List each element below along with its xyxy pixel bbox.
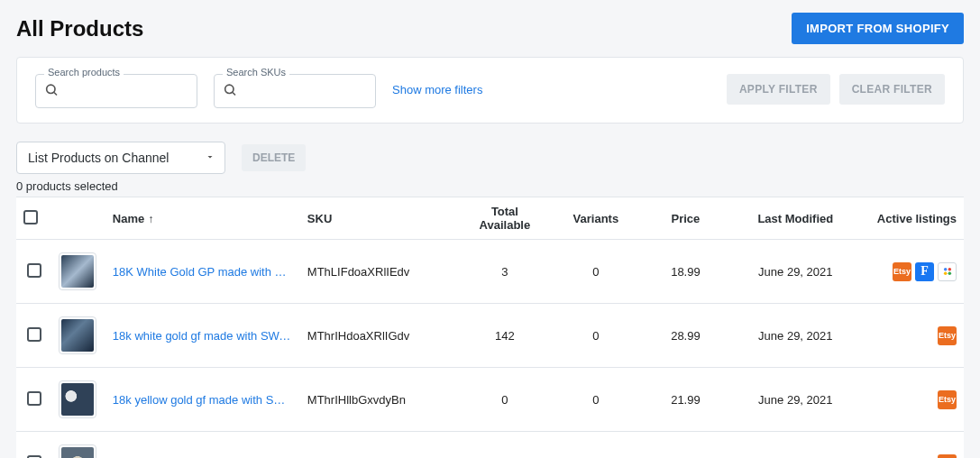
product-thumbnail[interactable] <box>59 444 96 458</box>
product-last-modified: June 29, 2021 <box>732 368 859 432</box>
etsy-listing-icon: Etsy <box>938 326 957 345</box>
column-header-name[interactable]: Name↑ <box>105 197 300 240</box>
product-variants: 0 <box>553 304 639 368</box>
show-more-filters-link[interactable]: Show more filters <box>392 83 482 96</box>
etsy-listing-icon: Etsy <box>938 454 957 459</box>
svg-point-4 <box>943 268 947 271</box>
product-total-available: 3 <box>457 240 553 304</box>
sort-asc-icon: ↑ <box>148 213 153 225</box>
table-row: 18k white gold gf made with SWARO…MThrIH… <box>16 304 964 368</box>
product-price: 21.99 <box>639 368 732 432</box>
product-last-modified: June 29, 2021 <box>732 304 859 368</box>
product-variants: 0 <box>553 432 639 459</box>
column-header-sku[interactable]: SKU <box>300 197 457 240</box>
google-listing-icon <box>938 262 957 281</box>
product-name-link[interactable]: 18K White Gold GP made with Swaro… <box>113 265 293 279</box>
table-row: 18K White Gold GP made with Swaro…MThLIF… <box>16 240 964 304</box>
row-checkbox[interactable] <box>27 391 41 406</box>
chevron-down-icon <box>205 151 215 165</box>
product-price: 18.99 <box>639 240 732 304</box>
search-products-input[interactable] <box>35 74 197 108</box>
selection-count: 0 products selected <box>16 179 964 193</box>
list-on-channel-select[interactable]: List Products on Channel <box>16 142 225 174</box>
search-skus-input[interactable] <box>214 74 376 108</box>
product-price: 24.99 <box>639 432 732 459</box>
column-header-total-available[interactable]: Total Available <box>457 197 553 240</box>
select-all-checkbox[interactable] <box>23 210 38 224</box>
product-name-link[interactable]: 18k yellow gold gf made with SWARO… <box>113 393 293 407</box>
clear-filter-button[interactable]: CLEAR FILTER <box>839 74 945 105</box>
active-listings: Etsy <box>866 454 957 459</box>
search-products-label: Search products <box>44 67 124 78</box>
product-total-available: 4 <box>457 432 553 459</box>
list-on-channel-placeholder: List Products on Channel <box>28 151 169 165</box>
product-variants: 0 <box>553 368 639 432</box>
column-header-variants[interactable]: Variants <box>553 197 639 240</box>
search-skus-label: Search SKUs <box>223 67 289 78</box>
row-checkbox[interactable] <box>27 455 41 459</box>
svg-point-5 <box>948 268 951 271</box>
product-last-modified: June 29, 2021 <box>732 432 859 459</box>
active-listings: EtsyF <box>866 262 957 281</box>
import-from-shopify-button[interactable]: IMPORT FROM SHOPIFY <box>792 13 964 44</box>
table-row: 18k yellow gold made with Swarovski…MThr… <box>16 432 964 459</box>
svg-point-7 <box>948 272 951 276</box>
row-checkbox[interactable] <box>27 263 41 278</box>
row-checkbox[interactable] <box>27 327 41 342</box>
etsy-listing-icon: Etsy <box>938 390 957 409</box>
products-table: Name↑ SKU Total Available Variants Price… <box>16 197 964 458</box>
product-sku: MThLIFdoaXRlIEdv <box>300 240 457 304</box>
svg-point-6 <box>943 272 947 276</box>
product-total-available: 0 <box>457 368 553 432</box>
product-variants: 0 <box>553 240 639 304</box>
column-header-active-listings[interactable]: Active listings <box>859 197 964 240</box>
product-thumbnail[interactable] <box>59 252 96 290</box>
etsy-listing-icon: Etsy <box>893 262 911 281</box>
page-title: All Products <box>16 16 143 41</box>
product-total-available: 142 <box>457 304 553 368</box>
product-sku: MThrIHllbGxvdyBn <box>300 368 457 432</box>
column-header-last-modified[interactable]: Last Modified <box>732 197 859 240</box>
product-thumbnail[interactable] <box>59 380 96 418</box>
product-sku: MThrIHllbGxvdyBn <box>300 432 457 459</box>
column-header-price[interactable]: Price <box>639 197 732 240</box>
product-price: 28.99 <box>639 304 732 368</box>
apply-filter-button[interactable]: APPLY FILTER <box>727 74 830 105</box>
product-thumbnail[interactable] <box>59 316 96 354</box>
product-name-link[interactable]: 18k white gold gf made with SWARO… <box>113 329 293 343</box>
filters-panel: Search products Search SKUs Show more fi… <box>16 57 964 124</box>
facebook-listing-icon: F <box>915 262 934 281</box>
delete-button[interactable]: DELETE <box>242 144 306 171</box>
table-row: 18k yellow gold gf made with SWARO…MThrI… <box>16 368 964 432</box>
product-last-modified: June 29, 2021 <box>732 240 859 304</box>
active-listings: Etsy <box>866 326 957 345</box>
active-listings: Etsy <box>866 390 957 409</box>
product-sku: MThrIHdoaXRlIGdv <box>300 304 457 368</box>
